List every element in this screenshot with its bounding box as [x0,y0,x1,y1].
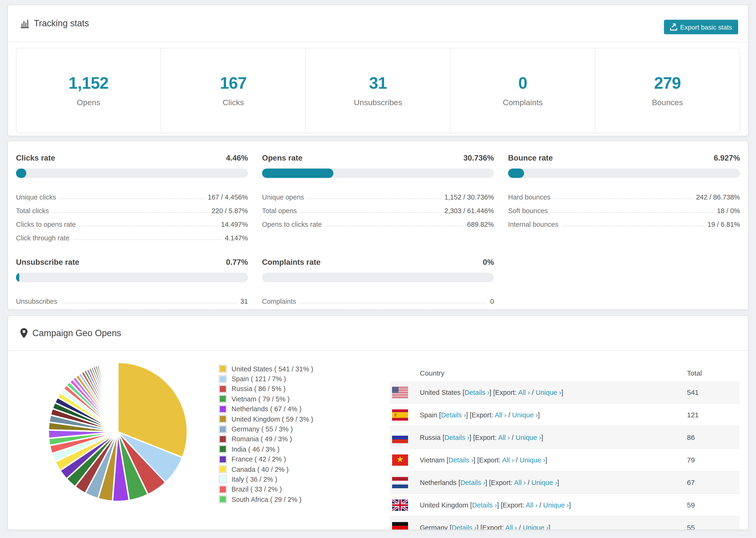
geo-table-row: ★ Vietnam [Details ›] [Export: All › / U… [390,449,739,471]
country-flag-icon: ★ [392,454,408,465]
country-flag-icon [392,477,408,488]
dotted-leader [308,198,441,199]
rate-detail-value: 0 [490,297,494,305]
geo-table-row: Netherlands [Details ›] [Export: All › /… [390,471,739,494]
export-all-link[interactable]: All › [505,524,517,530]
export-all-link[interactable]: All › [502,456,514,463]
export-all-link[interactable]: All › [526,501,537,509]
legend-item: Vietnam ( 79 / 5% ) [219,394,313,404]
rate-detail-label: Soft bounces [508,207,548,215]
details-link[interactable]: Details › [472,501,497,509]
export-unique-link[interactable]: Unique › [519,456,545,463]
rate-progress-fill [16,273,19,282]
details-link[interactable]: Details › [460,479,485,486]
legend-swatch [219,445,227,453]
country-name: Vietnam [420,456,445,463]
details-link[interactable]: Details › [441,411,466,418]
rate-progress-fill [16,169,26,178]
stat-value: 279 [654,74,681,92]
legend-swatch [219,385,227,393]
stat-value: 31 [369,74,387,92]
legend-label: Russia ( 86 / 5% ) [232,385,286,393]
rate-block: Complaints rate 0% Complaints 0 [262,258,494,305]
dotted-leader [554,198,692,199]
export-unique-link[interactable]: Unique › [531,479,557,486]
legend-swatch [219,405,227,413]
stat-cell: 31 Unsubscribes [305,48,450,133]
rate-progress-bar [16,273,248,282]
geo-table-row: Germany [Details ›] [Export: All › / Uni… [390,516,739,530]
country-flag-icon [392,499,408,511]
rate-detail-value: 18 / 0% [717,207,740,215]
details-link[interactable]: Details › [445,434,469,441]
legend-label: Brazil ( 33 / 2% ) [232,486,282,493]
page-title: Tracking stats [34,18,89,28]
rate-title: Clicks rate [16,153,55,162]
star-icon: ★ [392,454,408,464]
legend-swatch [219,465,227,473]
rate-progress-bar [508,169,740,178]
export-unique-link[interactable]: Unique › [512,411,538,418]
dotted-leader [300,303,486,303]
rate-progress-fill [262,169,333,178]
rate-detail-value: 220 / 5.87% [212,207,248,215]
stat-value: 167 [220,74,247,92]
export-all-link[interactable]: All › [518,389,530,396]
geo-card: Campaign Geo Opens United States ( 541 /… [8,315,748,530]
country-name: Germany [420,524,448,530]
export-all-link[interactable]: All › [498,434,510,441]
country-name: United States [420,389,460,396]
stat-cell: 1,152 Opens [17,48,161,133]
geo-table-row: United States [Details ›] [Export: All ›… [390,381,739,404]
legend-label: India ( 46 / 3% ) [232,446,280,453]
rate-detail-row: Unique clicks 167 / 4.456% [16,187,248,201]
country-cell: Vietnam [Details ›] [Export: All › / Uni… [420,456,687,463]
export-basic-stats-button[interactable]: Export basic stats [664,20,738,34]
legend-item: South Africa ( 29 / 2% ) [219,494,313,505]
export-all-link[interactable]: All › [495,411,507,418]
legend-swatch [219,455,227,463]
legend-swatch [219,496,227,504]
export-unique-link[interactable]: Unique › [536,389,561,396]
page: Tracking stats Export basic stats 1,152 … [0,0,756,538]
details-link[interactable]: Details › [452,524,476,530]
details-link[interactable]: Details › [449,456,473,463]
rate-detail-label: Opens to clicks rate [262,221,322,228]
rate-progress-bar [16,169,248,178]
rate-block: Bounce rate 6.927% Hard bounces 242 / 86… [508,153,740,242]
rate-detail-label: Unique opens [262,193,304,201]
export-icon [670,24,677,30]
rate-detail-label: Internal bounces [508,221,558,228]
legend-item: Netherlands ( 67 / 4% ) [219,404,313,414]
rate-detail-label: Hard bounces [508,193,551,201]
rate-detail-label: Unique clicks [16,193,56,201]
export-unique-link[interactable]: Unique › [523,524,549,530]
stat-label: Opens [77,98,100,108]
rate-value: 6.927% [714,153,740,162]
country-cell: Germany [Details ›] [Export: All › / Uni… [420,524,687,530]
rate-detail-row: Soft bounces 18 / 0% [508,201,740,215]
rate-detail-label: Total opens [262,207,297,215]
country-name: United Kingdom [420,501,468,509]
country-total: 79 [687,456,739,464]
rate-detail-value: 242 / 86.738% [696,193,740,201]
legend-item: India ( 46 / 3% ) [219,444,313,454]
legend-swatch [219,375,227,383]
country-cell: Netherlands [Details ›] [Export: All › /… [420,479,687,486]
rate-block: Opens rate 30.736% Unique opens 1,152 / … [262,153,494,242]
country-cell: Spain [Details ›] [Export: All › / Uniqu… [420,411,687,418]
geo-title: Campaign Geo Opens [32,328,121,338]
geo-legend: United States ( 541 / 31% ) Spain ( 121 … [219,364,313,505]
legend-item: United States ( 541 / 31% ) [219,364,313,374]
export-unique-link[interactable]: Unique › [543,501,569,509]
export-unique-link[interactable]: Unique › [515,434,541,441]
rate-detail-label: Total clicks [16,207,49,215]
rates-card: Clicks rate 4.46% Unique clicks 167 / 4.… [8,141,748,310]
rate-detail-row: Hard bounces 242 / 86.738% [508,187,740,201]
details-link[interactable]: Details › [464,389,489,396]
export-all-link[interactable]: All › [514,479,526,486]
legend-label: United States ( 541 / 31% ) [232,365,313,372]
country-flag-icon [392,432,408,443]
geo-table-row: United Kingdom [Details ›] [Export: All … [390,494,739,516]
legend-swatch [219,475,227,483]
